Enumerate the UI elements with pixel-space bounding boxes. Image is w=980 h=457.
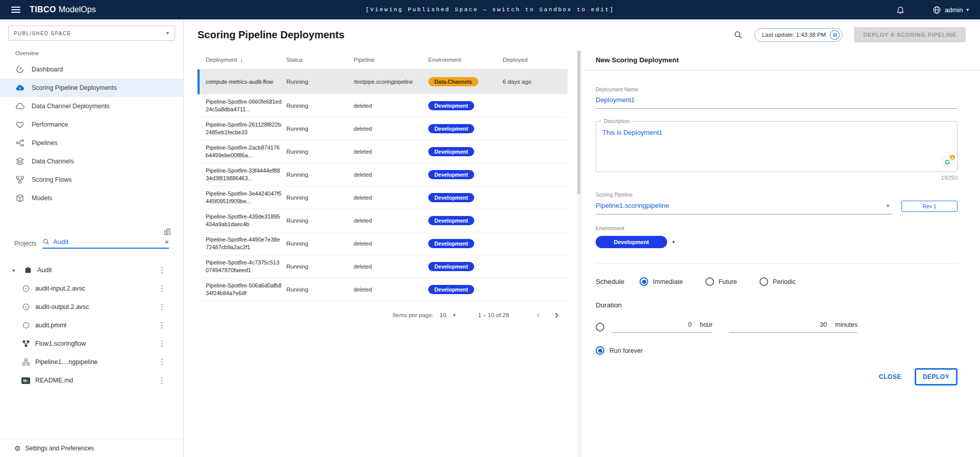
deploy-button[interactable]: DEPLOY bbox=[915, 368, 958, 386]
revision-button[interactable]: Rev 1 bbox=[901, 201, 958, 212]
user-menu[interactable]: admin ▾ bbox=[933, 6, 969, 14]
environment-label: Environment bbox=[596, 226, 958, 231]
schedule-option-immediate[interactable]: Immediate bbox=[640, 277, 682, 286]
menu-icon[interactable] bbox=[11, 7, 20, 13]
deploy-scoring-pipeline-button[interactable]: DEPLOY A SCORING PIPELINE bbox=[854, 27, 966, 42]
scrollbar-thumb[interactable] bbox=[577, 51, 580, 194]
table-header: Deployment↓ Status Pipeline Environment … bbox=[198, 50, 568, 69]
table-row[interactable]: Pipeline-Spotfire-439de31895434a9ab1daec… bbox=[198, 209, 568, 232]
kebab-menu-icon[interactable]: ⋮ bbox=[156, 339, 168, 348]
chevron-down-icon[interactable]: ▾ bbox=[12, 268, 18, 273]
table-row[interactable]: Pipeline-Spotfire-33f4444ef8834d3f819886… bbox=[198, 163, 568, 186]
space-selector[interactable]: PUBLISHED SPACE ▾ bbox=[8, 26, 175, 41]
run-forever-option[interactable]: Run forever bbox=[596, 346, 958, 355]
description-field[interactable]: Description This is Deployment1 G1 bbox=[596, 121, 958, 172]
tree-file[interactable]: Pipeline1....ngpipeline ⋮ bbox=[0, 353, 183, 371]
previous-page-icon[interactable]: ‹ bbox=[529, 309, 547, 321]
table-row[interactable]: Pipeline-Spotfire-3e4424047f5445f0951f90… bbox=[198, 186, 568, 209]
file-name: README.md bbox=[35, 377, 73, 384]
table-row[interactable]: compute-metrics-audit-flow Running /test… bbox=[198, 69, 568, 94]
overview-section-label: Overview bbox=[0, 42, 183, 60]
table-row[interactable]: Pipeline-Spotfire-261128f822b2485eb1fecb… bbox=[198, 117, 568, 140]
tree-file[interactable]: A audit-input.2.avsc ⋮ bbox=[0, 279, 183, 298]
search-icon[interactable] bbox=[733, 30, 743, 40]
tree-file[interactable]: A audit-output.2.avsc ⋮ bbox=[0, 298, 183, 316]
pipelines-icon bbox=[15, 138, 24, 148]
deployment-status: Running bbox=[286, 263, 354, 270]
radio-unchecked-icon bbox=[705, 277, 714, 286]
globe-icon bbox=[933, 6, 941, 14]
tree-file[interactable]: README.md ⋮ bbox=[0, 371, 183, 390]
close-button[interactable]: CLOSE bbox=[879, 373, 901, 380]
sidebar-item-label: Data Channel Deployments bbox=[32, 103, 110, 110]
environment-select[interactable]: Development bbox=[596, 236, 667, 248]
column-status[interactable]: Status bbox=[286, 57, 354, 63]
sidebar-item-dashboard[interactable]: Dashboard bbox=[0, 60, 183, 79]
pause-icon[interactable] bbox=[830, 30, 840, 40]
tree-file[interactable]: audit.pmml ⋮ bbox=[0, 316, 183, 334]
description-label: Description bbox=[601, 118, 632, 124]
sidebar-item-performance[interactable]: Performance bbox=[0, 115, 183, 134]
tree-file[interactable]: Flow1.scoringflow ⋮ bbox=[0, 334, 183, 353]
hour-input[interactable]: 0 hour bbox=[612, 321, 713, 333]
last-update-pill[interactable]: Last update: 1:43:38 PM bbox=[754, 28, 843, 42]
sidebar-item-scoring-flows[interactable]: Scoring Flows bbox=[0, 171, 183, 189]
environment-badge: Data-Channels bbox=[428, 77, 478, 86]
chevron-down-icon: ▾ bbox=[453, 313, 456, 318]
table-row[interactable]: Pipeline-Spotfire-0660fe681ed24c5a8dba47… bbox=[198, 94, 568, 117]
grammarly-icon[interactable]: G1 bbox=[942, 156, 953, 167]
chevron-down-icon: ▾ bbox=[966, 8, 969, 12]
schedule-option-periodic[interactable]: Periodic bbox=[760, 277, 796, 286]
scoring-pipeline-select[interactable]: Pipeline1.scoringpipeline ▾ bbox=[596, 199, 892, 214]
table-row[interactable]: Pipeline-Spotfire-4490e7e38e72487cb9a2ac… bbox=[198, 232, 568, 255]
kebab-menu-icon[interactable]: ⋮ bbox=[156, 284, 168, 293]
sidebar-item-data-channels[interactable]: Data Channels bbox=[0, 152, 183, 171]
projects-section: Projects × ▾ Audit ⋮ A audit-input.2.avs… bbox=[0, 229, 183, 390]
environment-badge: Development bbox=[428, 170, 474, 179]
sidebar-item-scoring-pipeline-deployments[interactable]: Scoring Pipeline Deployments bbox=[0, 79, 183, 97]
items-per-page-select[interactable]: 10 ▾ bbox=[439, 312, 455, 318]
hour-unit-label: hour bbox=[700, 321, 713, 328]
deployment-pipeline: deleted bbox=[354, 126, 428, 132]
deployment-pipeline: deleted bbox=[354, 195, 428, 201]
char-counter: 19/250 bbox=[596, 175, 958, 181]
table-row[interactable]: Pipeline-Spotfire-506a6d0afb834f24b84a7e… bbox=[198, 278, 568, 301]
kebab-menu-icon[interactable]: ⋮ bbox=[156, 376, 168, 385]
notifications-bell-icon[interactable] bbox=[896, 5, 905, 14]
schedule-option-future[interactable]: Future bbox=[705, 277, 737, 286]
sidebar-item-data-channel-deployments[interactable]: Data Channel Deployments bbox=[0, 97, 183, 115]
kebab-menu-icon[interactable]: ⋮ bbox=[156, 302, 168, 311]
deployment-name-input[interactable]: Deployment1 bbox=[596, 92, 958, 109]
deployment-name-label: Deployment Name bbox=[596, 87, 958, 92]
table-row[interactable]: Pipeline-Spotfire-4c7375c513074947870fae… bbox=[198, 255, 568, 278]
column-pipeline[interactable]: Pipeline bbox=[354, 57, 428, 63]
deployment-name: Pipeline-Spotfire-0660fe681ed24c5a8dba47… bbox=[206, 98, 286, 113]
kebab-menu-icon[interactable]: ⋮ bbox=[156, 321, 168, 330]
description-input[interactable]: This is Deployment1 bbox=[602, 129, 951, 136]
pipeline-file-icon bbox=[21, 358, 30, 367]
minutes-input[interactable]: 30 minutes bbox=[729, 321, 857, 333]
kebab-menu-icon[interactable]: ⋮ bbox=[156, 266, 168, 275]
kebab-menu-icon[interactable]: ⋮ bbox=[156, 357, 168, 367]
project-tree: ▾ Audit ⋮ A audit-input.2.avsc ⋮ A audit… bbox=[0, 261, 183, 390]
next-page-icon[interactable]: › bbox=[548, 309, 566, 321]
tree-folder-audit[interactable]: ▾ Audit ⋮ bbox=[0, 261, 183, 279]
sidebar-item-models[interactable]: Models bbox=[0, 189, 183, 207]
main-scrollbar[interactable] bbox=[577, 50, 581, 457]
duration-radio[interactable] bbox=[596, 323, 604, 331]
table-row[interactable]: Pipeline-Spotfire-2acb874176b4499ebe00f8… bbox=[198, 140, 568, 163]
sidebar-item-pipelines[interactable]: Pipelines bbox=[0, 134, 183, 152]
new-project-icon[interactable] bbox=[163, 228, 171, 235]
deployment-status: Running bbox=[286, 126, 354, 132]
settings-item[interactable]: ⚙ Settings and Preferences bbox=[0, 439, 183, 457]
deployment-name: Pipeline-Spotfire-439de31895434a9ab1daec… bbox=[206, 213, 286, 228]
folder-name: Audit bbox=[37, 267, 52, 274]
column-deployment[interactable]: Deployment↓ bbox=[206, 57, 286, 63]
projects-search-input[interactable] bbox=[53, 238, 161, 246]
clear-search-icon[interactable]: × bbox=[164, 238, 169, 246]
sort-desc-icon: ↓ bbox=[240, 57, 243, 63]
panel-title: New Scoring Deployment bbox=[596, 56, 679, 64]
column-environment[interactable]: Environment bbox=[428, 57, 503, 63]
column-deployed[interactable]: Deployed bbox=[503, 57, 568, 63]
chevron-down-icon[interactable]: ▾ bbox=[672, 239, 675, 245]
